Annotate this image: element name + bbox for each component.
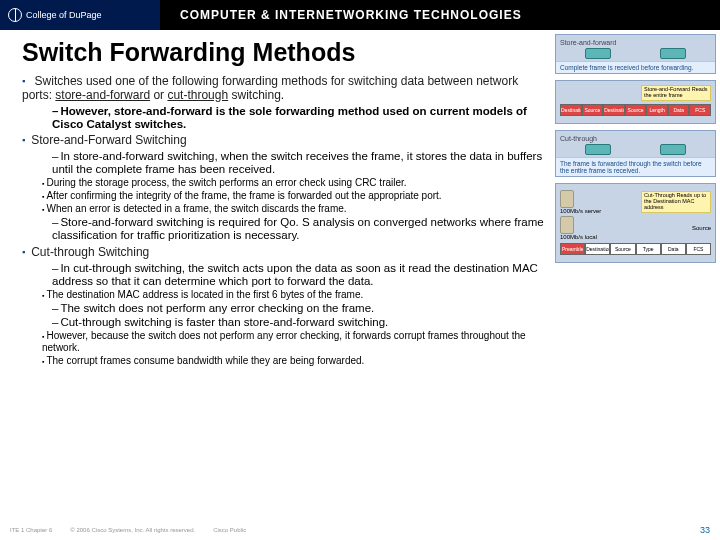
frame-bar: Destination Source Destination Source Le…: [560, 104, 711, 116]
saf-caption: Complete frame is received before forwar…: [556, 61, 715, 73]
footer: ITE 1 Chapter 6 © 2006 Cisco Systems, In…: [0, 522, 720, 538]
saf-d2: After confirming the integrity of the fr…: [42, 190, 545, 202]
saf-diagram: Store-and-forward Complete frame is rece…: [555, 34, 716, 74]
footer-public: Cisco Public: [213, 527, 246, 533]
source-label: Source: [692, 225, 711, 231]
saf-p1: In store-and-forward switching, when the…: [52, 150, 545, 176]
cut-diagram: Cut-through The frame is forwarded throu…: [555, 130, 716, 177]
switch-icon: [585, 144, 611, 155]
saf-read-box: Store-and-Forward Reads the entire frame: [641, 85, 711, 101]
link-cut[interactable]: cut-through: [167, 88, 228, 102]
diagram-column: Store-and-forward Complete frame is rece…: [555, 30, 720, 520]
college-name: College of DuPage: [26, 10, 102, 20]
saf-d1: During the storage process, the switch p…: [42, 177, 545, 189]
cut-p1: In cut-through switching, the switch act…: [52, 262, 545, 288]
college-logo: College of DuPage: [0, 0, 160, 30]
saf-p2: Store-and-forward switching is required …: [52, 216, 545, 242]
footer-chapter: ITE 1 Chapter 6: [10, 527, 52, 533]
link-saf[interactable]: store-and-forward: [55, 88, 150, 102]
cut-d1: The destination MAC address is located i…: [42, 289, 545, 301]
page-number: 33: [700, 525, 710, 535]
bullet-intro: Switches used one of the following forwa…: [22, 75, 545, 103]
switch-icon: [660, 48, 686, 59]
frame-bar: Preamble Destination Source Type Data FC…: [560, 243, 711, 255]
course-title: COMPUTER & INTERNETWORKING TECHNOLOGIES: [160, 8, 522, 22]
cut-p2: The switch does not perform any error ch…: [52, 302, 545, 315]
page-title: Switch Forwarding Methods: [22, 38, 545, 67]
globe-icon: [8, 8, 22, 22]
cut-caption: The frame is forwarded through the switc…: [556, 157, 715, 176]
header-bar: College of DuPage COMPUTER & INTERNETWOR…: [0, 0, 720, 30]
cut-label: Cut-through: [560, 135, 711, 142]
server-icon: [560, 216, 574, 234]
section-saf: Store-and-Forward Switching: [22, 134, 545, 148]
saf-label: Store-and-forward: [560, 39, 711, 46]
cut-read-box: Cut-Through Reads up to the Destination …: [641, 191, 711, 212]
cut-d2: However, because the switch does not per…: [42, 330, 545, 354]
saf-frame-diagram: Store-and-Forward Reads the entire frame…: [555, 80, 716, 124]
note-catalyst: However, store-and-forward is the sole f…: [52, 105, 545, 131]
switch-icon: [660, 144, 686, 155]
cut-frame-diagram: 100Mb/s server Cut-Through Reads up to t…: [555, 183, 716, 263]
cut-p3: Cut-through switching is faster than sto…: [52, 316, 545, 329]
switch-icon: [585, 48, 611, 59]
cut-d3: The corrupt frames consume bandwidth whi…: [42, 355, 545, 367]
section-cut: Cut-through Switching: [22, 246, 545, 260]
server-icon: [560, 190, 574, 208]
saf-d3: When an error is detected in a frame, th…: [42, 203, 545, 215]
footer-copyright: © 2006 Cisco Systems, Inc. All rights re…: [70, 527, 195, 533]
